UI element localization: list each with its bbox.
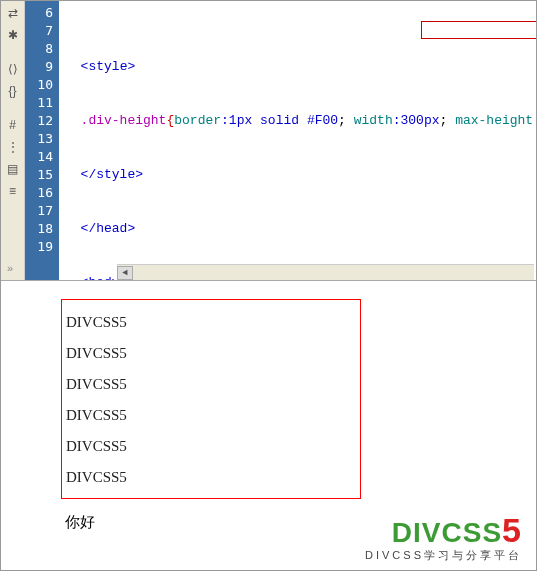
line-number: 12 [25,112,53,130]
line-number: 17 [25,202,53,220]
rendered-paragraph: DIVCSS5 [62,407,360,424]
tool-icon[interactable]: ✱ [5,27,21,43]
code-editor-panel: ⇄ ✱ ⟨⟩ {} # ⋮ ▤ ≡ » 6 7 8 9 10 11 12 13 … [1,1,536,281]
line-number: 8 [25,40,53,58]
tool-icon[interactable]: {} [5,83,21,99]
brand-title: DIVCSS5 [365,511,522,550]
tool-icon[interactable]: ⟨⟩ [5,61,21,77]
line-number: 6 [25,4,53,22]
code-content[interactable]: <style> .div-height{border:1px solid #F0… [59,1,536,280]
tool-icon[interactable]: ▤ [5,161,21,177]
horizontal-scrollbar[interactable]: ◄ [117,264,534,280]
rendered-paragraph: DIVCSS5 [62,438,360,455]
line-number: 15 [25,166,53,184]
scroll-left-icon[interactable]: ◄ [117,266,133,280]
editor-toolbar: ⇄ ✱ ⟨⟩ {} # ⋮ ▤ ≡ [1,1,25,280]
tool-icon[interactable]: ⋮ [5,139,21,155]
rendered-div: DIVCSS5 DIVCSS5 DIVCSS5 DIVCSS5 DIVCSS5 … [61,299,361,499]
collapse-icon[interactable]: » [7,262,13,274]
rendered-paragraph: DIVCSS5 [62,469,360,486]
brand-logo: DIVCSS5 DIVCSS学习与分享平台 [365,511,522,563]
line-number: 13 [25,130,53,148]
rendered-paragraph: DIVCSS5 [62,314,360,331]
line-number: 11 [25,94,53,112]
tool-icon[interactable]: ⇄ [5,5,21,21]
line-number: 9 [25,58,53,76]
line-number: 14 [25,148,53,166]
line-number: 19 [25,238,53,256]
line-number: 16 [25,184,53,202]
tool-icon[interactable]: # [5,117,21,133]
line-number: 7 [25,22,53,40]
rendered-paragraph: DIVCSS5 [62,345,360,362]
line-number: 10 [25,76,53,94]
tool-icon[interactable]: ≡ [5,183,21,199]
rendered-paragraph: DIVCSS5 [62,376,360,393]
browser-preview-panel: DIVCSS5 DIVCSS5 DIVCSS5 DIVCSS5 DIVCSS5 … [1,281,536,571]
annotation-box [421,21,536,39]
line-number-gutter: 6 7 8 9 10 11 12 13 14 15 16 17 18 19 [25,1,59,280]
line-number: 18 [25,220,53,238]
brand-subtitle: DIVCSS学习与分享平台 [365,548,522,563]
